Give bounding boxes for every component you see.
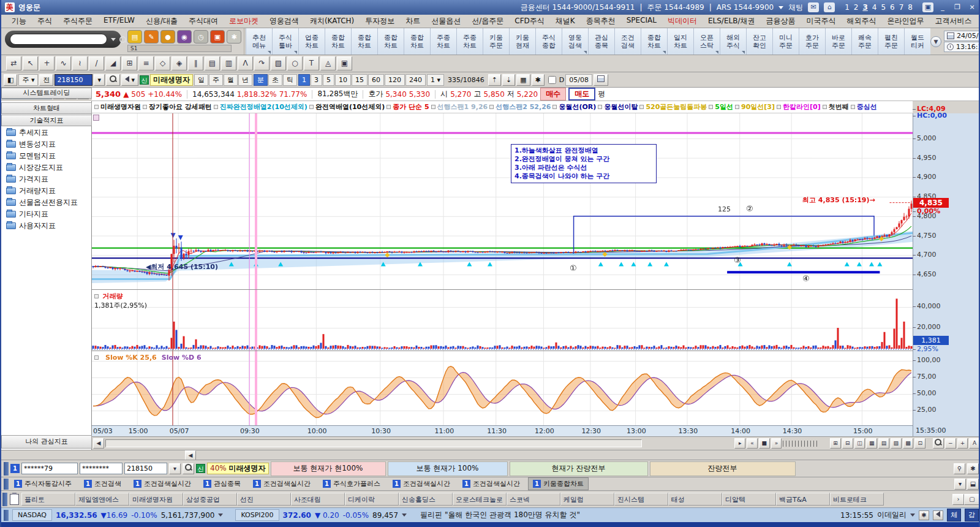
toolbar-button[interactable]: 주종 차트 [456, 28, 483, 55]
drawing-tool-button[interactable]: ◇ [155, 56, 170, 70]
drawing-tool-button[interactable]: ▧ [271, 56, 286, 70]
nasdaq-label[interactable]: NASDAQ [12, 509, 52, 521]
menu-item[interactable]: 영웅검색 [264, 15, 304, 28]
stock-tab[interactable]: 삼성중공업 [183, 493, 237, 506]
menu-item[interactable]: 미국주식 [801, 15, 841, 28]
news-ticker[interactable]: 필리핀 "올해 한국인 관광객 180만명 유치할 것" [420, 510, 580, 520]
minute-button[interactable]: 240 [405, 74, 426, 86]
screen-number[interactable]: 5 [881, 3, 886, 12]
period-button[interactable]: 월 [224, 74, 238, 86]
toolbar-button[interactable]: 주식 툴바 [272, 28, 298, 55]
quick-icon[interactable]: ▤ [127, 30, 142, 44]
drawing-tool-button[interactable]: ⇄ [6, 56, 21, 70]
legend-toggle-icon[interactable] [94, 105, 99, 109]
voice-dropdown-icon[interactable]: ▾ [121, 74, 138, 86]
period-button[interactable]: 년 [238, 74, 252, 86]
mode-button[interactable]: 초 [268, 74, 282, 86]
legend-item[interactable]: 5일선 [709, 102, 733, 112]
chart-gear-icon[interactable]: ✱ [532, 74, 545, 86]
trend1-icon[interactable]: ▤ [878, 438, 889, 449]
toolbar-button[interactable]: 종합 차트 [325, 28, 351, 55]
auto-scale-icon[interactable]: A [969, 438, 980, 449]
volume-chart-canvas[interactable] [92, 289, 913, 351]
stock-tabs-window-icon[interactable]: ▢ [964, 494, 980, 505]
legend-item[interactable]: 520골든눌림돌파봉 [639, 102, 707, 112]
account-select[interactable] [21, 463, 78, 474]
code-dropdown-icon[interactable]: ▾ [94, 74, 105, 86]
stochastic-toggle-icon[interactable] [94, 355, 99, 360]
multi-monitor-icon[interactable]: ▣ [922, 2, 933, 12]
stock-tab[interactable]: 디알텍 [722, 493, 776, 506]
toolbar-button[interactable]: 호가 주문 [799, 28, 825, 55]
quick-icon[interactable]: ◉ [177, 30, 192, 44]
layout1-icon[interactable]: ⊞ [830, 438, 841, 449]
stock-tab[interactable]: 선진 [237, 493, 291, 506]
menu-item[interactable]: 빅데이터 [662, 15, 703, 28]
indicator-folder[interactable]: 가격지표 [1, 173, 92, 185]
legend-toggle-icon[interactable] [851, 105, 855, 109]
window-tab[interactable]: 1 키움종합차트 [528, 477, 589, 490]
stochastic-chart-canvas[interactable] [92, 351, 913, 425]
quick-icon[interactable]: ◷ [194, 30, 208, 44]
drawing-tool-button[interactable]: ▣ [337, 56, 352, 70]
cancel-order-pane[interactable]: 잔량전부 [650, 461, 796, 476]
menu-item[interactable]: 선물옵션 [426, 15, 466, 28]
quick-icon[interactable]: ● [160, 30, 175, 44]
legend-toggle-icon[interactable] [552, 105, 557, 109]
trend2-icon[interactable]: ▨ [891, 438, 902, 449]
technical-indicator-header[interactable]: 기술적지표 [1, 115, 92, 126]
chart-corner-icon[interactable] [93, 115, 99, 121]
interval-spinner[interactable]: 1 ▾ [427, 74, 444, 86]
minute-button[interactable]: 15 [352, 74, 368, 86]
indicator-folder[interactable]: 모멘텀지표 [1, 150, 92, 162]
jeon-button[interactable]: 전 [39, 74, 53, 86]
legend-toggle-icon[interactable] [386, 105, 391, 109]
legend-item[interactable]: 90일선[3] [735, 102, 775, 112]
news-source[interactable]: 이데일리 [877, 510, 907, 520]
window-tab[interactable]: 1 주식자동감시주 [10, 477, 76, 490]
window-tab[interactable]: 1 주식호가플러스 [318, 477, 385, 490]
menu-item[interactable]: 주식주문 [58, 15, 98, 28]
legend-item[interactable]: 장기좋아요 강세패턴 [143, 102, 212, 112]
menu-item[interactable]: 금융상품 [760, 15, 801, 28]
buy-button[interactable]: 매수 [540, 88, 566, 100]
drawing-tool-button[interactable]: ≡ [138, 56, 154, 70]
toolbar-button[interactable]: 조건 검색 [614, 28, 641, 55]
period-button[interactable]: 일 [194, 74, 208, 86]
legend-toggle-icon[interactable] [709, 105, 713, 109]
legend-toggle-icon[interactable] [143, 105, 147, 109]
snapshot-icon[interactable]: ▩ [903, 438, 914, 449]
toolbar-button[interactable]: 월드 티커 [904, 28, 930, 55]
legend-toggle-icon[interactable] [309, 105, 314, 109]
zoom-in-icon[interactable]: + [957, 438, 968, 449]
menu-item[interactable]: 고객서비스 [929, 15, 977, 28]
sell-order-pane[interactable]: 보통 현재가 100% [388, 461, 508, 476]
minute-button[interactable]: 10 [335, 74, 351, 86]
menu-item[interactable]: 차트 [400, 15, 426, 28]
drawing-tool-button[interactable]: T [304, 56, 319, 70]
legend-item[interactable]: 웅월선(OR) [552, 102, 596, 112]
window-tab[interactable]: 1 조건검색실시간 [249, 477, 315, 490]
buy-order-pane[interactable]: 보통 현재가 현100% [271, 461, 386, 476]
menu-item[interactable]: 로보마켓 [224, 15, 264, 28]
scroll-left-icon[interactable]: ◀ [93, 438, 104, 449]
stock-tab[interactable]: 신송홀딩스 [399, 493, 453, 506]
quick-icon[interactable]: ✎ [144, 30, 159, 44]
drawing-tool-button[interactable]: ◈ [172, 56, 187, 70]
indicator-folder[interactable]: 변동성지표 [1, 138, 92, 150]
stock-code-input[interactable] [55, 74, 92, 86]
toolbar-button[interactable]: 업종 차트 [298, 28, 325, 55]
price-axis[interactable]: LC:4,09 HC:0,00 15:35:00 5,0004,9504,900… [913, 113, 980, 436]
mode-button[interactable]: 틱 [283, 74, 297, 86]
menu-item[interactable]: 투자정보 [360, 15, 400, 28]
screen-number[interactable]: 7 [899, 3, 904, 12]
speed-ruler[interactable] [783, 441, 819, 447]
toolbar-button[interactable]: 주종 차트 [430, 28, 456, 55]
chart-type-header[interactable]: 차트형태 [1, 102, 92, 114]
status-gear-icon[interactable]: ✱ [919, 510, 929, 520]
mode-button[interactable]: 분 [254, 74, 268, 86]
minute-button[interactable]: 60 [368, 74, 384, 86]
indicator-folder[interactable]: 선물옵션전용지표 [1, 197, 92, 208]
workspace-tab-s1[interactable]: S1 [127, 45, 232, 52]
menu-item[interactable]: 해외주식 [841, 15, 881, 28]
